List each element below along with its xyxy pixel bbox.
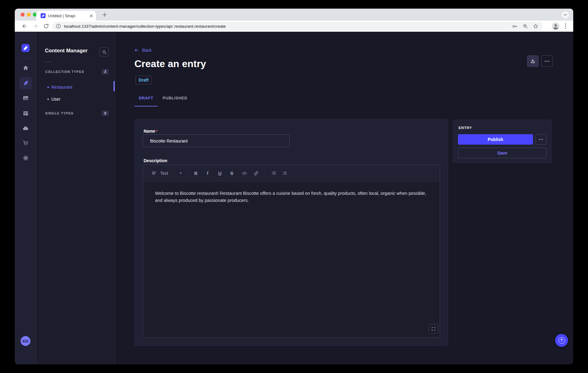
gear-icon: [22, 155, 29, 161]
editor-content[interactable]: Welcome to Biscotte restaurant! Restaura…: [143, 181, 440, 337]
cart-icon: [22, 140, 29, 146]
back-icon[interactable]: [22, 23, 28, 29]
content-manager-subnav: Content Manager COLLECTION TYPES 2 Resta…: [36, 32, 115, 364]
window-controls: [21, 13, 37, 17]
code-button[interactable]: [240, 165, 249, 181]
status-badge: Draft: [135, 76, 152, 84]
tab-published[interactable]: PUBLISHED: [158, 96, 192, 100]
bulleted-list-icon: [271, 170, 276, 176]
sidebar-item-settings[interactable]: [19, 152, 32, 164]
sidebar-item-content-type-builder[interactable]: [19, 107, 32, 119]
editor-toolbar: Text B I U S: [143, 165, 440, 181]
window-close-button[interactable]: [21, 13, 25, 17]
export-button[interactable]: [527, 55, 538, 67]
underline-button[interactable]: U: [216, 165, 224, 181]
main-content: Back Create an entry Draft DRAFT PUBLISH…: [115, 32, 573, 364]
italic-button[interactable]: I: [203, 165, 212, 181]
bulleted-list-button[interactable]: [269, 165, 279, 181]
strapi-logo[interactable]: [22, 44, 30, 52]
strapi-favicon: [41, 13, 46, 18]
tab-title: Untitled | Strapi: [48, 14, 89, 18]
single-types-count-badge: 0: [102, 110, 109, 116]
align-icon: [151, 170, 157, 176]
main-nav: KD: [15, 32, 36, 364]
search-icon: [102, 50, 107, 54]
site-info-icon[interactable]: [56, 24, 61, 29]
svg-text:2: 2: [282, 173, 283, 175]
bullet-icon: [47, 98, 49, 100]
reload-icon[interactable]: [43, 23, 49, 29]
new-tab-button[interactable]: [101, 11, 108, 18]
browser-window: Untitled | Strapi localhost:1337/admin/c…: [15, 9, 573, 364]
collection-types-count-badge: 2: [102, 69, 109, 74]
browser-menu-icon[interactable]: [563, 23, 568, 30]
sidebar-item-media-library[interactable]: [19, 92, 32, 104]
browser-tab-strip: Untitled | Strapi: [15, 9, 573, 21]
header-more-actions-button[interactable]: [541, 55, 553, 67]
caret-down-icon: [179, 171, 182, 175]
ellipsis-icon: [539, 139, 543, 140]
sidebar-item-home[interactable]: [19, 62, 32, 74]
sidebar-item-content-manager[interactable]: [19, 77, 32, 89]
collection-types-section: COLLECTION TYPES 2: [45, 68, 109, 75]
user-avatar[interactable]: KD: [21, 336, 30, 346]
nav-divider: [20, 58, 31, 58]
cloud-icon: [22, 125, 29, 132]
tab-draft[interactable]: DRAFT: [134, 96, 158, 100]
subnav-scrollbar-thumb[interactable]: [113, 81, 115, 91]
tab-search-button[interactable]: [562, 11, 569, 18]
chevron-down-icon: [563, 13, 567, 17]
subnav-search-button[interactable]: [100, 47, 109, 57]
bold-button[interactable]: B: [192, 165, 200, 181]
subnav-title: Content Manager: [45, 48, 88, 54]
browser-toolbar: localhost:1337/admin/content-manager/col…: [15, 21, 573, 32]
sidebar-item-restaurant[interactable]: Restaurant: [47, 83, 72, 91]
tab-close-icon[interactable]: [89, 14, 93, 18]
align-button[interactable]: [149, 165, 158, 181]
publish-button[interactable]: Publish: [458, 134, 533, 145]
browser-tab[interactable]: Untitled | Strapi: [36, 11, 96, 21]
window-minimize-button[interactable]: [27, 13, 31, 17]
feather-pen-icon: [22, 80, 29, 86]
sidebar-item-user[interactable]: User: [47, 95, 61, 103]
home-icon: [22, 65, 29, 71]
svg-text:1: 1: [282, 171, 283, 173]
plus-icon: [102, 13, 107, 17]
sidebar-item-deploy[interactable]: [19, 122, 32, 134]
single-types-label: SINGLE TYPES: [45, 111, 74, 115]
expand-editor-button[interactable]: [429, 324, 438, 334]
help-button[interactable]: ?: [555, 334, 568, 347]
toolbar-separator: [187, 170, 188, 177]
ellipsis-icon: [545, 61, 550, 62]
subnav-divider: [45, 62, 53, 62]
password-key-icon[interactable]: [512, 23, 518, 29]
entry-form-card: Name* Description Text B I: [134, 119, 448, 346]
strikethrough-button[interactable]: S: [228, 165, 236, 181]
name-input[interactable]: [143, 134, 290, 147]
save-button[interactable]: Save: [458, 148, 546, 158]
question-mark-icon: ?: [558, 337, 565, 344]
numbered-list-button[interactable]: 12: [280, 165, 289, 181]
block-type-dropdown[interactable]: Text: [159, 165, 184, 181]
entry-more-actions-button[interactable]: [535, 134, 546, 145]
rich-text-editor: Text B I U S: [143, 165, 440, 338]
forward-icon[interactable]: [32, 23, 38, 29]
sidebar-item-marketplace[interactable]: [19, 137, 32, 149]
download-icon: [530, 58, 535, 64]
address-bar[interactable]: localhost:1337/admin/content-manager/col…: [52, 22, 543, 30]
entry-panel: ENTRY Publish Save: [453, 120, 551, 163]
block-type-value: Text: [160, 171, 168, 176]
entry-panel-title: ENTRY: [459, 126, 472, 130]
bookmark-star-icon[interactable]: [533, 23, 538, 29]
expand-icon: [431, 327, 436, 331]
browser-profile-avatar[interactable]: [552, 22, 560, 30]
back-label: Back: [142, 48, 152, 53]
layout-icon: [22, 110, 29, 117]
link-button[interactable]: [251, 165, 261, 181]
back-link[interactable]: Back: [134, 47, 152, 53]
active-tab-indicator: [134, 106, 158, 106]
zoom-in-icon[interactable]: [522, 23, 528, 29]
collection-item-label: Restaurant: [51, 85, 72, 90]
arrow-left-icon: [134, 48, 139, 53]
code-icon: [242, 170, 247, 176]
